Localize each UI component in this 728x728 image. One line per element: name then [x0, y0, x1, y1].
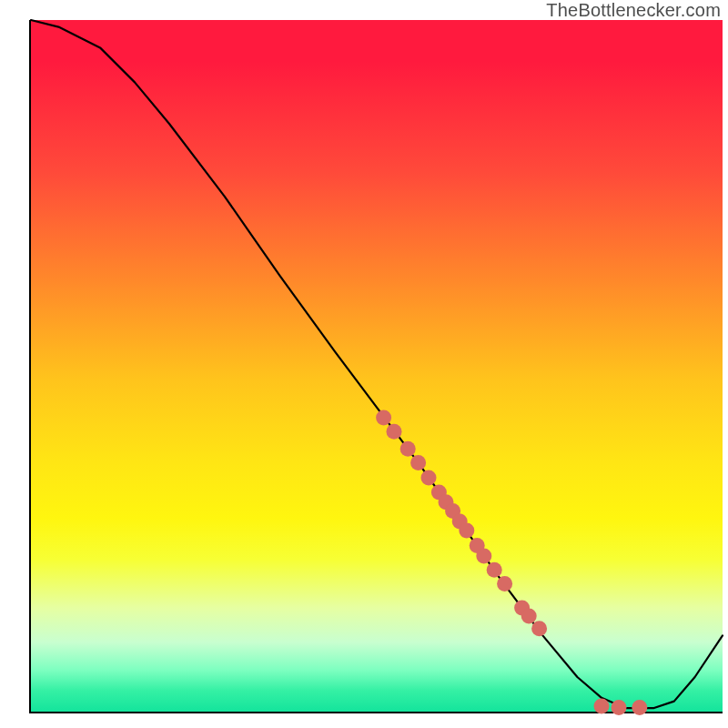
data-point: [632, 700, 647, 715]
data-point: [459, 522, 474, 538]
data-point: [521, 609, 537, 624]
highlighted-points-group: [376, 410, 647, 715]
data-point: [594, 698, 610, 713]
data-point: [476, 549, 491, 564]
data-point: [376, 410, 391, 426]
data-point: [531, 621, 547, 636]
data-point: [387, 424, 402, 440]
chart-stage: TheBottlenecker.com: [0, 0, 728, 728]
data-point: [421, 470, 437, 486]
data-point: [487, 562, 502, 578]
attribution-label: TheBottlenecker.com: [546, 0, 721, 21]
data-point: [400, 441, 416, 457]
data-point: [612, 700, 627, 715]
data-point: [410, 455, 426, 470]
data-point: [497, 576, 512, 592]
chart-overlay-svg: [0, 0, 728, 728]
bottleneck-curve: [31, 20, 723, 708]
